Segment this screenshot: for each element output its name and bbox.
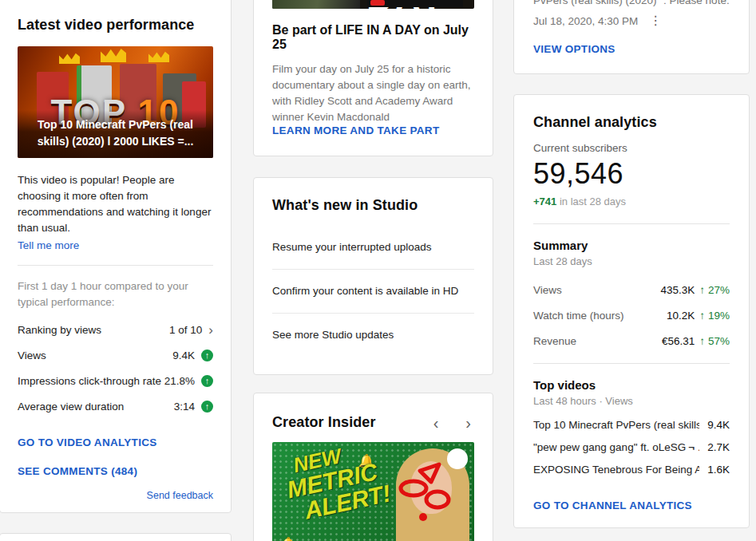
- summary-row-watch-time: Watch time (hours) 10.2K ↑ 19%: [533, 302, 730, 328]
- gun-emoji-icon: ¬: [688, 441, 695, 453]
- note-date: Jul 18, 2020, 4:30 PM: [533, 15, 638, 27]
- trend-up-icon: ↑: [201, 375, 213, 387]
- popular-text: This video is popular! People are choosi…: [18, 172, 213, 236]
- top-video-row[interactable]: "pew pew gang gang" ft. oLeSG¬ ... 2.7K: [533, 436, 730, 458]
- up-arrow-icon: ↑: [699, 335, 705, 347]
- promo-thumbnail[interactable]: DAY: [272, 0, 474, 9]
- life-in-a-day-promo-card: DAY Be part of LIFE IN A DAY on July 25 …: [253, 0, 493, 156]
- metric-row-ranking[interactable]: Ranking by views 1 of 10 ›: [18, 317, 213, 342]
- go-to-channel-analytics-link[interactable]: GO TO CHANNEL ANALYTICS: [533, 500, 692, 511]
- metric-row-avg-duration: Average view duration 3:14 ↑: [18, 393, 213, 419]
- metric-row-views: Views 9.4K ↑: [18, 342, 213, 368]
- whats-new-item-hd-content[interactable]: Confirm your content is available in HD: [272, 270, 474, 314]
- card-title: Latest video performance: [18, 17, 213, 34]
- trend-up-icon: ↑: [201, 401, 213, 413]
- subscriber-delta: +741 in last 28 days: [533, 195, 730, 207]
- summary-rows: Views 435.3K ↑ 27% Watch time (hours) 10…: [533, 277, 730, 353]
- carousel-prev-icon[interactable]: ‹: [430, 415, 442, 431]
- metrics-list: Ranking by views 1 of 10 › Views 9.4K ↑ …: [18, 317, 213, 419]
- creator-insider-card: Creator Insider ‹ › 🔔 🔔 NEW METRIC ALERT…: [253, 393, 493, 541]
- carousel-next-icon[interactable]: ›: [462, 415, 474, 431]
- tell-me-more-link[interactable]: Tell me more: [18, 239, 79, 251]
- metric-row-ctr: Impressions click-through rate 21.8% ↑: [18, 368, 213, 393]
- trend-up-icon: ↑: [201, 349, 213, 361]
- summary-row-views: Views 435.3K ↑ 27%: [533, 277, 730, 302]
- view-options-link[interactable]: VIEW OPTIONS: [533, 43, 730, 55]
- card-title: What's new in Studio: [272, 197, 474, 214]
- bell-icon: 🔔: [280, 536, 296, 541]
- compare-note: First 1 day 1 hour compared to your typi…: [18, 278, 213, 310]
- card-title: Channel analytics: [533, 114, 730, 131]
- top-videos-title: Top videos: [533, 378, 730, 392]
- go-to-video-analytics-link[interactable]: GO TO VIDEO ANALYTICS: [18, 436, 213, 448]
- video-note-card: PvPers (real skills) (2020)" : Please no…: [513, 0, 750, 74]
- crown-icon: [101, 48, 126, 62]
- channel-analytics-card: Channel analytics Current subscribers 59…: [513, 94, 750, 528]
- up-arrow-icon: ↑: [699, 310, 705, 322]
- current-subscribers-label: Current subscribers: [533, 142, 730, 154]
- promo-description: Film your day on July 25 for a historic …: [272, 61, 474, 125]
- top-videos-list: Top 10 Minecraft PvPers (real skills... …: [533, 413, 730, 480]
- top-video-row[interactable]: EXPOSING Tenebrous For Being A ... 1.6K: [533, 458, 730, 480]
- card-title: Creator Insider: [272, 414, 430, 431]
- latest-video-performance-card: Latest video performance TOP 10 Top 10 M…: [0, 0, 232, 513]
- whats-new-item-resume-uploads[interactable]: Resume your interrupted uploads: [272, 227, 474, 270]
- studio-dashboard: Latest video performance TOP 10 Top 10 M…: [0, 0, 756, 541]
- summary-subtitle: Last 28 days: [533, 255, 730, 267]
- divider: [18, 265, 213, 266]
- whats-new-card: What's new in Studio Resume your interru…: [253, 177, 493, 375]
- thumbnail-art: [272, 0, 360, 9]
- crown-icon: [59, 53, 80, 64]
- crown-icon: [148, 51, 169, 62]
- top-video-row[interactable]: Top 10 Minecraft PvPers (real skills... …: [533, 413, 730, 436]
- youtube-originals-badge: [367, 0, 463, 7]
- kebab-menu-icon[interactable]: ⋮: [649, 14, 662, 27]
- promo-title: Be part of LIFE IN A DAY on July 25: [272, 23, 474, 52]
- subscriber-count: 59,546: [533, 157, 730, 191]
- learn-more-link[interactable]: LEARN MORE AND TAKE PART: [272, 124, 439, 136]
- summary-title: Summary: [533, 239, 730, 252]
- top-videos-subtitle: Last 48 hours · Views: [533, 395, 730, 407]
- creator-insider-logo: [447, 448, 468, 469]
- note-text-clipped: PvPers (real skills) (2020)" : Please no…: [533, 0, 730, 6]
- up-arrow-icon: ↑: [699, 284, 705, 296]
- thumbnail-caption: Top 10 Minecraft PvPers (real skills) (2…: [18, 110, 213, 158]
- whats-new-item-see-more[interactable]: See more Studio updates: [272, 314, 474, 357]
- chevron-right-icon[interactable]: ›: [208, 323, 213, 337]
- latest-video-thumbnail[interactable]: TOP 10 Top 10 Minecraft PvPers (real ski…: [18, 46, 213, 158]
- send-feedback-link[interactable]: Send feedback: [147, 490, 213, 501]
- divider: [533, 223, 730, 224]
- summary-row-revenue: Revenue €56.31 ↑ 57%: [533, 328, 730, 353]
- next-card-partial: [0, 533, 232, 541]
- see-comments-link[interactable]: SEE COMMENTS (484): [18, 465, 213, 477]
- thumbnail-text: NEW METRIC ALERT!: [277, 442, 393, 527]
- divider: [533, 363, 730, 364]
- whats-new-list: Resume your interrupted uploads Confirm …: [272, 227, 474, 357]
- creator-insider-thumbnail[interactable]: 🔔 🔔 NEW METRIC ALERT!: [272, 442, 474, 541]
